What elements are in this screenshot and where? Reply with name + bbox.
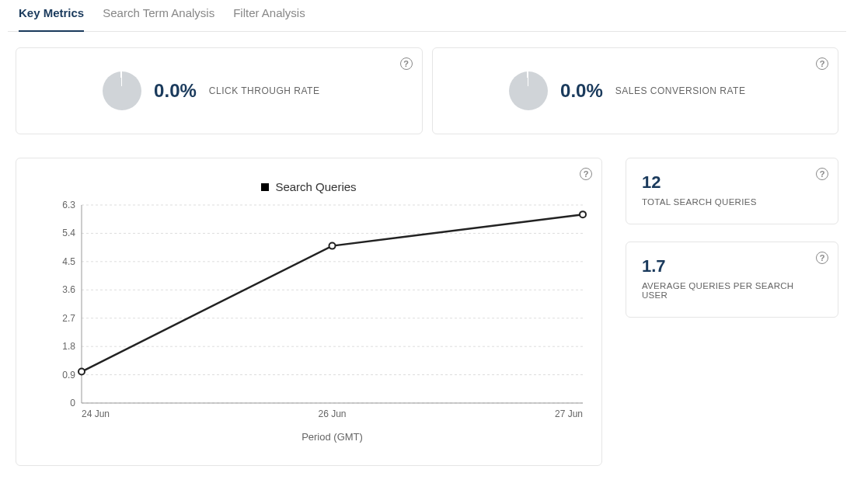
svg-text:1.8: 1.8 <box>62 341 75 352</box>
chart-legend: Search Queries <box>27 180 591 193</box>
avg-queries-card: ? 1.7 AVERAGE QUERIES PER SEARCH USER <box>626 242 838 318</box>
help-icon[interactable]: ? <box>816 57 828 70</box>
svg-text:26 Jun: 26 Jun <box>318 408 346 419</box>
scr-value: 0.0% <box>560 80 603 102</box>
tab-search-term-analysis[interactable]: Search Term Analysis <box>103 0 214 32</box>
line-chart: 00.91.82.73.64.55.46.324 Jun26 Jun27 Jun… <box>27 201 591 450</box>
svg-text:6.3: 6.3 <box>62 201 75 210</box>
avg-queries-label: AVERAGE QUERIES PER SEARCH USER <box>642 281 822 300</box>
svg-text:2.7: 2.7 <box>62 313 75 324</box>
ctr-card: ? 0.0% CLICK THROUGH RATE <box>16 47 423 134</box>
ctr-value: 0.0% <box>154 80 197 102</box>
svg-text:5.4: 5.4 <box>62 228 75 238</box>
content: ? 0.0% CLICK THROUGH RATE ? 0.0% SALES C… <box>8 32 846 481</box>
avg-queries-value: 1.7 <box>642 256 822 276</box>
svg-point-21 <box>78 369 85 375</box>
svg-text:4.5: 4.5 <box>62 256 75 267</box>
side-column: ? 12 TOTAL SEARCH QUERIES ? 1.7 AVERAGE … <box>626 158 838 466</box>
svg-text:Period (GMT): Period (GMT) <box>302 431 363 443</box>
svg-text:3.6: 3.6 <box>62 284 75 295</box>
help-icon[interactable]: ? <box>580 168 592 180</box>
svg-text:27 Jun: 27 Jun <box>555 408 583 419</box>
total-queries-value: 12 <box>642 172 822 193</box>
scr-label: SALES CONVERSION RATE <box>615 85 746 96</box>
chart-card: ? Search Queries 00.91.82.73.64.55.46.32… <box>16 158 602 466</box>
scr-card: ? 0.0% SALES CONVERSION RATE <box>432 47 839 134</box>
tab-key-metrics[interactable]: Key Metrics <box>19 0 84 32</box>
svg-text:0.9: 0.9 <box>62 370 75 381</box>
ctr-label: CLICK THROUGH RATE <box>209 85 320 96</box>
legend-swatch-icon <box>261 183 269 191</box>
total-queries-card: ? 12 TOTAL SEARCH QUERIES <box>626 158 838 224</box>
scr-pie-icon <box>509 71 548 110</box>
svg-point-22 <box>329 243 336 249</box>
tab-filter-analysis[interactable]: Filter Analysis <box>233 0 305 32</box>
top-metrics-row: ? 0.0% CLICK THROUGH RATE ? 0.0% SALES C… <box>16 47 838 134</box>
total-queries-label: TOTAL SEARCH QUERIES <box>642 197 822 207</box>
svg-text:0: 0 <box>70 398 75 408</box>
help-icon[interactable]: ? <box>816 168 828 180</box>
legend-label: Search Queries <box>275 180 356 193</box>
svg-point-23 <box>580 211 586 217</box>
help-icon[interactable]: ? <box>400 57 413 70</box>
help-icon[interactable]: ? <box>816 252 828 264</box>
tabs: Key Metrics Search Term Analysis Filter … <box>8 0 846 32</box>
ctr-pie-icon <box>103 71 141 110</box>
bottom-row: ? Search Queries 00.91.82.73.64.55.46.32… <box>16 158 838 466</box>
svg-text:24 Jun: 24 Jun <box>82 408 110 419</box>
